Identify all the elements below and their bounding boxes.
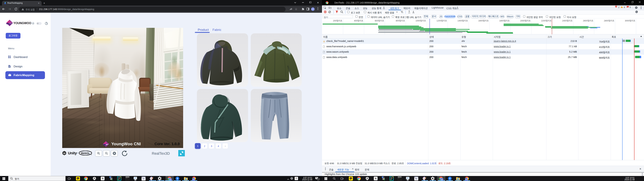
svg-text:TALK: TALK (350, 178, 352, 179)
svg-text:C:\_: C:\_ (126, 178, 129, 179)
svg-text:PC: PC (118, 177, 120, 179)
svg-text:TALK: TALK (77, 178, 79, 179)
svg-text:WebGL: WebGL (81, 152, 90, 154)
svg-text:C:\_: C:\_ (398, 178, 401, 179)
svg-text:N: N (102, 177, 104, 180)
svg-text:Tr: Tr (415, 177, 418, 180)
svg-text:{}: {} (323, 40, 325, 42)
svg-text:N: N (375, 177, 377, 180)
svg-text:PC: PC (390, 177, 392, 179)
svg-text:✕: ✕ (627, 6, 628, 7)
svg-text:Tr: Tr (142, 177, 145, 180)
